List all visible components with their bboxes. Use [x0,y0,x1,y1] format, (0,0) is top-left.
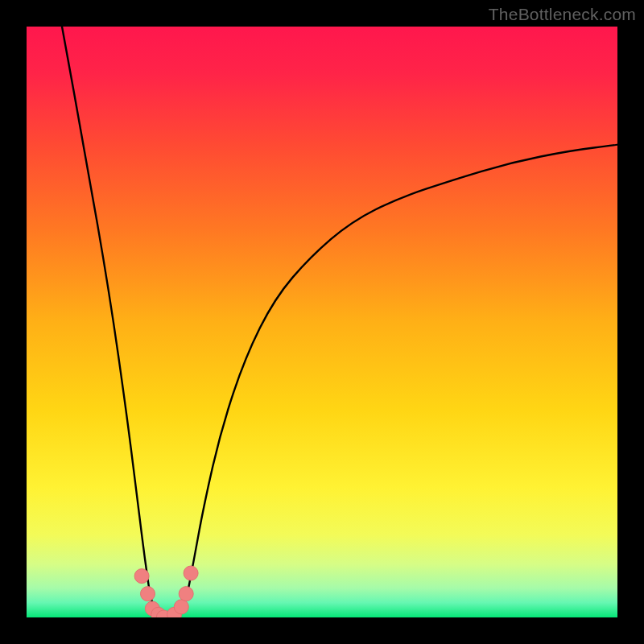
bottleneck-curve [62,27,617,617]
highlight-dot [141,587,155,601]
watermark-text: TheBottleneck.com [489,5,636,24]
highlight-dot [184,566,198,580]
curve-layer [27,27,617,617]
chart-frame: TheBottleneck.com [0,0,644,644]
highlight-dot [134,569,149,584]
highlight-dot [179,587,193,601]
plot-area [27,27,617,617]
minimum-dots [134,566,198,617]
highlight-dot [174,600,188,614]
